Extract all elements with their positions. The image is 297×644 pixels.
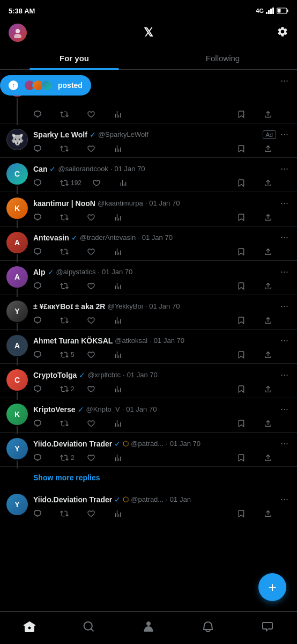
reply-button[interactable]	[33, 247, 49, 256]
more-options-button[interactable]: ···	[278, 266, 291, 277]
share-button[interactable]	[264, 316, 280, 325]
avatar[interactable]: Y	[6, 494, 28, 515]
bookmark-button[interactable]	[237, 419, 253, 428]
nav-search[interactable]	[74, 618, 104, 635]
reply-button[interactable]	[33, 385, 49, 393]
share-button[interactable]	[264, 247, 280, 256]
like-button[interactable]	[87, 350, 103, 359]
settings-icon[interactable]	[277, 26, 288, 40]
avatar[interactable]: K	[6, 404, 28, 425]
more-options-button[interactable]: ···	[278, 75, 291, 86]
avatar[interactable]: K	[6, 197, 28, 219]
like-button[interactable]	[87, 419, 103, 428]
more-options-button[interactable]: ···	[278, 335, 291, 346]
profile-avatar[interactable]	[9, 24, 27, 42]
bookmark-button[interactable]	[237, 213, 253, 222]
bookmark-button[interactable]	[237, 350, 253, 359]
retweet-button[interactable]	[60, 110, 76, 119]
reply-button[interactable]	[33, 509, 49, 518]
views-button[interactable]	[114, 282, 130, 290]
reply-button[interactable]	[33, 179, 49, 187]
share-button[interactable]	[264, 453, 280, 462]
views-button[interactable]	[114, 213, 130, 222]
reply-button[interactable]	[33, 419, 49, 428]
like-button[interactable]	[87, 385, 103, 393]
like-button[interactable]	[87, 282, 103, 290]
more-options-button[interactable]: ···	[278, 301, 291, 312]
retweet-button[interactable]	[60, 247, 76, 256]
like-button[interactable]	[87, 144, 103, 153]
like-button[interactable]	[87, 453, 103, 462]
retweet-button[interactable]	[60, 282, 76, 290]
bookmark-button[interactable]	[237, 110, 253, 119]
bookmark-button[interactable]	[237, 385, 253, 393]
avatar[interactable]: C	[6, 369, 28, 391]
views-button[interactable]	[114, 110, 130, 119]
views-button[interactable]	[114, 316, 130, 325]
show-more-replies-button[interactable]: Show more replies	[0, 467, 297, 488]
more-options-button[interactable]: ···	[278, 129, 291, 140]
avatar[interactable]: A	[6, 266, 28, 288]
views-button[interactable]	[114, 509, 130, 518]
reply-button[interactable]	[33, 282, 49, 290]
reply-button[interactable]	[33, 213, 49, 222]
reply-button[interactable]	[33, 316, 49, 325]
more-options-button[interactable]: ···	[278, 197, 291, 209]
share-button[interactable]	[264, 385, 280, 393]
bookmark-button[interactable]	[237, 316, 253, 325]
nav-messages[interactable]	[253, 618, 283, 635]
avatar[interactable]: Y	[6, 301, 28, 322]
retweet-button[interactable]: 5	[60, 350, 76, 359]
compose-button[interactable]: +	[258, 573, 286, 601]
like-button[interactable]	[87, 213, 103, 222]
more-options-button[interactable]: ···	[278, 369, 291, 380]
share-button[interactable]	[264, 509, 280, 518]
views-button[interactable]	[114, 385, 130, 393]
bookmark-button[interactable]	[237, 282, 253, 290]
bookmark-button[interactable]	[237, 179, 253, 187]
like-button[interactable]	[87, 110, 103, 119]
bookmark-button[interactable]	[237, 509, 253, 518]
retweet-button[interactable]	[60, 144, 76, 153]
share-button[interactable]	[264, 282, 280, 290]
avatar[interactable]: A	[6, 335, 28, 356]
like-button[interactable]	[87, 509, 103, 518]
reply-button[interactable]	[33, 144, 49, 153]
more-options-button[interactable]: ···	[278, 163, 291, 174]
tab-following[interactable]: Following	[148, 46, 297, 69]
avatar[interactable]: 🐺	[6, 129, 28, 150]
retweet-button[interactable]	[60, 213, 76, 222]
more-options-button[interactable]: ···	[278, 232, 291, 243]
share-button[interactable]	[264, 110, 280, 119]
tab-for-you[interactable]: For you	[0, 46, 148, 69]
retweet-button[interactable]: 2	[60, 385, 76, 393]
retweet-button[interactable]: 192	[60, 179, 81, 187]
like-button[interactable]	[87, 316, 103, 325]
bookmark-button[interactable]	[237, 247, 253, 256]
more-options-button[interactable]: ···	[278, 494, 291, 505]
nav-notifications[interactable]	[193, 618, 223, 635]
retweet-button[interactable]: 2	[60, 453, 76, 462]
reply-button[interactable]	[33, 453, 49, 462]
avatar[interactable]: Y	[6, 438, 28, 459]
reply-button[interactable]	[33, 110, 49, 119]
more-options-button[interactable]: ···	[278, 404, 291, 415]
views-button[interactable]	[114, 144, 130, 153]
bookmark-button[interactable]	[237, 144, 253, 153]
views-button[interactable]	[114, 419, 130, 428]
views-button[interactable]	[114, 453, 130, 462]
avatar[interactable]: C	[6, 163, 28, 185]
reply-button[interactable]	[33, 350, 49, 359]
share-button[interactable]	[264, 419, 280, 428]
like-button[interactable]	[87, 247, 103, 256]
views-button[interactable]	[119, 179, 135, 187]
bookmark-button[interactable]	[237, 453, 253, 462]
retweet-button[interactable]	[60, 419, 76, 428]
views-button[interactable]	[114, 350, 130, 359]
share-button[interactable]	[264, 350, 280, 359]
retweet-button[interactable]	[60, 509, 76, 518]
nav-home[interactable]	[14, 618, 44, 635]
nav-people[interactable]	[133, 618, 164, 635]
more-options-button[interactable]: ···	[278, 438, 291, 449]
share-button[interactable]	[264, 144, 280, 153]
